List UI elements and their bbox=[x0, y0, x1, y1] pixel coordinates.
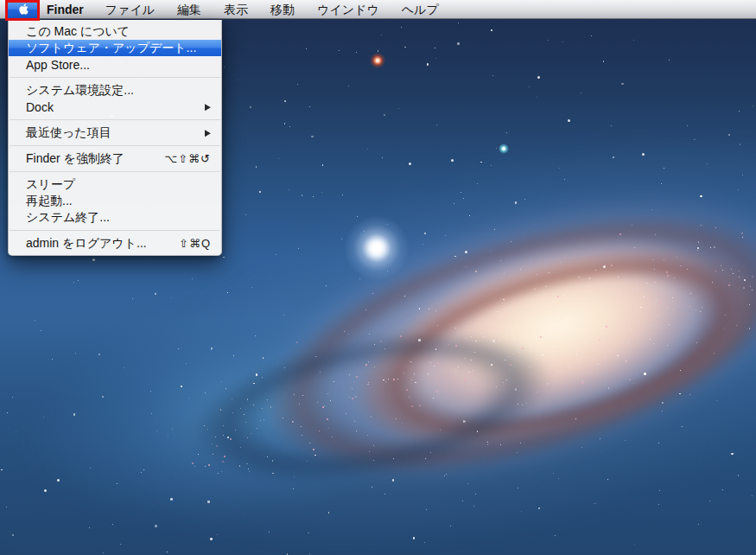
menu-separator bbox=[10, 171, 220, 172]
menu-item[interactable]: admin をログアウト...⇧⌘Q bbox=[9, 235, 221, 252]
menubar-item-1[interactable]: ファイル bbox=[94, 0, 166, 19]
menu-separator bbox=[10, 145, 220, 146]
menu-item[interactable]: この Mac について bbox=[9, 23, 221, 40]
menu-item-label: スリープ bbox=[26, 177, 75, 193]
menu-item-label: admin をログアウト... bbox=[26, 236, 147, 252]
apple-menu: この Mac についてソフトウェア・アップデート...App Store...シ… bbox=[8, 20, 222, 256]
menu-item[interactable]: 最近使った項目▶ bbox=[9, 124, 221, 141]
menu-item-label: App Store... bbox=[26, 58, 90, 72]
submenu-arrow-icon: ▶ bbox=[205, 102, 211, 112]
menu-item-label: Dock bbox=[26, 100, 54, 114]
menu-item[interactable]: ソフトウェア・アップデート... bbox=[9, 40, 221, 56]
menu-item[interactable]: Dock▶ bbox=[9, 99, 221, 115]
menu-item[interactable]: Finder を強制終了⌥⇧⌘↺ bbox=[9, 150, 221, 167]
desktop: Finderファイル編集表示移動ウインドウヘルプ この Mac についてソフトウ… bbox=[0, 0, 756, 555]
menubar-item-6[interactable]: ヘルプ bbox=[391, 0, 450, 19]
menu-separator bbox=[10, 119, 220, 120]
menu-item-shortcut: ⌥⇧⌘↺ bbox=[164, 152, 211, 165]
menu-item[interactable]: スリープ bbox=[9, 176, 221, 193]
menu-item-shortcut: ⇧⌘Q bbox=[179, 237, 211, 250]
menu-separator bbox=[10, 77, 220, 78]
menu-bar: Finderファイル編集表示移動ウインドウヘルプ bbox=[0, 0, 756, 19]
submenu-arrow-icon: ▶ bbox=[205, 128, 211, 138]
menubar-items: Finderファイル編集表示移動ウインドウヘルプ bbox=[40, 0, 450, 19]
menu-item-label: ソフトウェア・アップデート... bbox=[26, 41, 196, 56]
annotation-highlight-box bbox=[5, 0, 40, 21]
menu-item-label: Finder を強制終了 bbox=[26, 151, 124, 167]
menu-item[interactable]: システム終了... bbox=[9, 209, 221, 226]
menu-separator bbox=[10, 230, 220, 231]
menubar-item-3[interactable]: 表示 bbox=[213, 0, 259, 19]
menu-item[interactable]: 再起動... bbox=[9, 193, 221, 209]
menu-item-label: 最近使った項目 bbox=[26, 125, 111, 141]
menubar-item-2[interactable]: 編集 bbox=[166, 0, 213, 19]
menubar-item-4[interactable]: 移動 bbox=[259, 0, 306, 19]
menubar-item-5[interactable]: ウインドウ bbox=[306, 0, 391, 19]
menu-item-label: この Mac について bbox=[26, 24, 130, 40]
menu-item-label: システム環境設定... bbox=[26, 83, 134, 99]
menu-item-label: 再起動... bbox=[26, 194, 73, 209]
menubar-item-0[interactable]: Finder bbox=[40, 0, 94, 19]
menu-item[interactable]: App Store... bbox=[9, 56, 221, 73]
menu-item-label: システム終了... bbox=[26, 210, 110, 226]
menu-item[interactable]: システム環境設定... bbox=[9, 82, 221, 99]
